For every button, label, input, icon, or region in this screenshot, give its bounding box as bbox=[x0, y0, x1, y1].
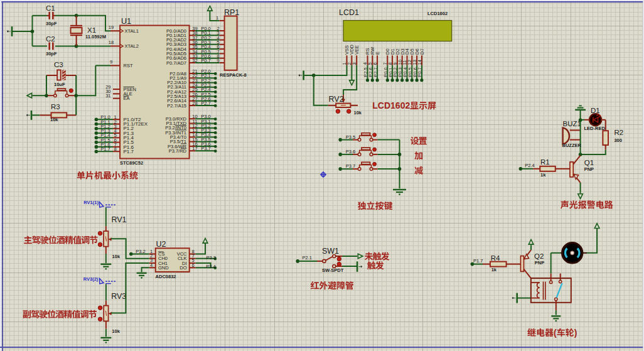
svg-text:17: 17 bbox=[192, 146, 197, 151]
svg-text:SW-SPDT: SW-SPDT bbox=[322, 267, 344, 273]
svg-text:1k: 1k bbox=[491, 267, 497, 273]
svg-text:X1: X1 bbox=[87, 26, 96, 34]
svg-text:U1: U1 bbox=[121, 17, 131, 26]
svg-text:19: 19 bbox=[109, 24, 114, 30]
svg-text:ADC0832: ADC0832 bbox=[156, 274, 176, 279]
svg-text:C3: C3 bbox=[54, 61, 63, 68]
svg-text:BUZ1: BUZ1 bbox=[563, 120, 581, 127]
svg-text:28: 28 bbox=[192, 100, 197, 106]
svg-text:XTAL2: XTAL2 bbox=[125, 43, 139, 49]
svg-text:PNP: PNP bbox=[535, 260, 544, 266]
svg-text:RV3: RV3 bbox=[111, 292, 126, 301]
svg-text:P2.4: P2.4 bbox=[525, 163, 534, 168]
svg-text:P1.7: P1.7 bbox=[473, 258, 483, 264]
svg-text:RV3(2): RV3(2) bbox=[83, 276, 99, 282]
svg-text:9: 9 bbox=[110, 59, 112, 65]
svg-text:RV2: RV2 bbox=[329, 95, 344, 104]
svg-text:R1: R1 bbox=[540, 158, 550, 166]
svg-text:STC89C52: STC89C52 bbox=[120, 160, 143, 166]
svg-text:RV1: RV1 bbox=[111, 215, 126, 224]
svg-text:): ) bbox=[574, 328, 577, 338]
svg-text:PNP: PNP bbox=[584, 166, 594, 172]
svg-text:C2: C2 bbox=[46, 35, 55, 43]
svg-text:14: 14 bbox=[417, 60, 422, 65]
svg-text:E: E bbox=[375, 51, 380, 55]
svg-text:R2: R2 bbox=[614, 129, 623, 136]
svg-text:LCD1602: LCD1602 bbox=[372, 100, 410, 111]
svg-text:P2.7/A15: P2.7/A15 bbox=[167, 103, 186, 109]
svg-text:(: ( bbox=[554, 328, 557, 338]
svg-text:D7: D7 bbox=[419, 48, 425, 55]
svg-text:P3.7/RD: P3.7/RD bbox=[169, 148, 187, 154]
svg-text:DO: DO bbox=[180, 265, 186, 271]
svg-text:30pF: 30pF bbox=[46, 51, 57, 57]
svg-text:31: 31 bbox=[105, 93, 110, 99]
svg-text:9: 9 bbox=[217, 58, 219, 63]
svg-text:RP1: RP1 bbox=[224, 8, 239, 17]
svg-text:P3.5: P3.5 bbox=[346, 134, 355, 140]
svg-text:R3: R3 bbox=[51, 103, 60, 111]
svg-text:P3.4: P3.4 bbox=[206, 264, 215, 269]
svg-text:18: 18 bbox=[109, 40, 114, 45]
svg-text:10k: 10k bbox=[50, 117, 58, 122]
svg-text:P3.6: P3.6 bbox=[346, 149, 355, 154]
svg-text:RESPACK-8: RESPACK-8 bbox=[220, 72, 247, 78]
svg-text:LCD1602: LCD1602 bbox=[427, 11, 448, 16]
svg-text:GND: GND bbox=[158, 265, 169, 271]
svg-text:300: 300 bbox=[614, 138, 622, 143]
svg-text:XTAL1: XTAL1 bbox=[125, 28, 139, 34]
svg-text:SW1: SW1 bbox=[322, 247, 339, 256]
svg-text:Q1: Q1 bbox=[584, 159, 594, 166]
svg-text:6: 6 bbox=[372, 62, 378, 65]
svg-text:4: 4 bbox=[150, 262, 153, 268]
svg-text:P0.7/AD7: P0.7/AD7 bbox=[166, 60, 186, 66]
svg-text:BUZZER: BUZZER bbox=[562, 143, 582, 148]
svg-text:3: 3 bbox=[352, 62, 357, 65]
svg-text:P2.1: P2.1 bbox=[302, 255, 311, 261]
svg-text:1: 1 bbox=[216, 15, 218, 21]
svg-text:Q2: Q2 bbox=[534, 252, 544, 260]
svg-text:P3.3: P3.3 bbox=[206, 255, 215, 261]
svg-text:R4: R4 bbox=[491, 254, 500, 262]
svg-text:1k: 1k bbox=[540, 172, 546, 178]
svg-text:6: 6 bbox=[191, 262, 194, 268]
svg-text:30pF: 30pF bbox=[46, 21, 57, 26]
svg-text:D1: D1 bbox=[591, 107, 600, 114]
svg-text:10k: 10k bbox=[112, 328, 120, 334]
svg-text:LCD1: LCD1 bbox=[339, 8, 359, 17]
svg-text:10k: 10k bbox=[354, 110, 362, 116]
svg-text:P3.7: P3.7 bbox=[346, 163, 355, 169]
svg-text:10k: 10k bbox=[112, 254, 121, 259]
svg-text:11.0592M: 11.0592M bbox=[85, 34, 106, 40]
svg-text:RST: RST bbox=[124, 63, 133, 68]
svg-text:10uF: 10uF bbox=[54, 82, 65, 87]
svg-text:8: 8 bbox=[114, 146, 116, 152]
svg-text:P1.7: P1.7 bbox=[124, 149, 134, 154]
svg-text:EA: EA bbox=[124, 95, 130, 101]
svg-text:C1: C1 bbox=[46, 4, 55, 12]
svg-text:LED-RED: LED-RED bbox=[584, 126, 606, 131]
svg-text:P3.2: P3.2 bbox=[136, 249, 145, 254]
svg-text:U2: U2 bbox=[156, 240, 166, 249]
svg-text:VEE: VEE bbox=[354, 45, 360, 55]
svg-text:32: 32 bbox=[192, 58, 197, 63]
svg-text:RV1(1): RV1(1) bbox=[83, 200, 99, 205]
